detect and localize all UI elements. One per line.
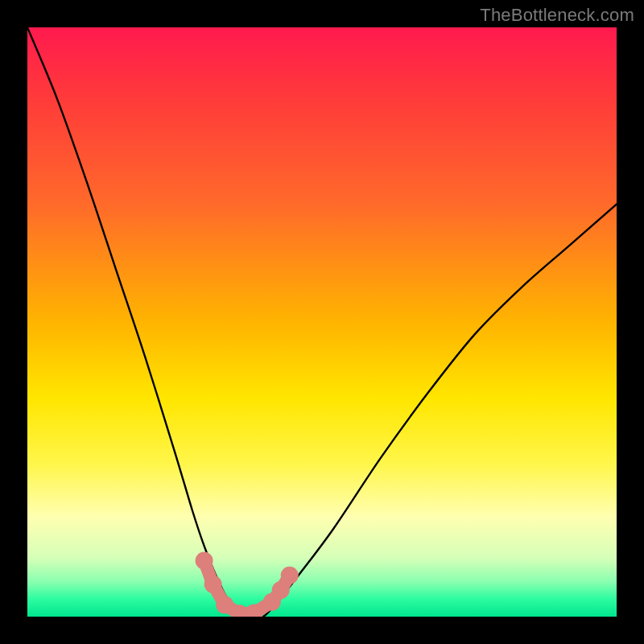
chart-svg (27, 27, 617, 617)
bottleneck-curve (27, 27, 617, 617)
trough-marker-dots (196, 551, 299, 617)
trough-marker-dot (281, 567, 299, 584)
trough-marker-dot (196, 551, 213, 569)
trough-marker-dot (216, 596, 233, 613)
watermark-text: TheBottleneck.com (480, 5, 634, 26)
trough-marker-dot (272, 581, 290, 599)
trough-marker-dot (204, 576, 222, 593)
plot-area (27, 27, 617, 617)
chart-frame: TheBottleneck.com (0, 0, 644, 644)
